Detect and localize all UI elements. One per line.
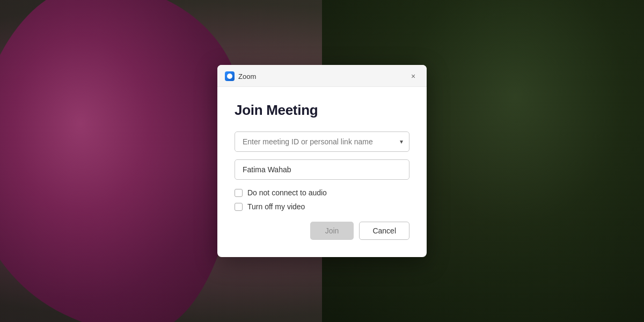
meeting-id-container: ▾ [235, 131, 409, 152]
modal-body: Join Meeting ▾ Do not connect to audio T… [217, 87, 427, 257]
video-checkbox-label[interactable]: Turn off my video [247, 202, 305, 211]
join-meeting-dialog: Zoom × Join Meeting ▾ Do not connect to … [217, 65, 427, 257]
modal-title: Join Meeting [235, 102, 409, 119]
close-button[interactable]: × [407, 70, 419, 82]
titlebar-app-name: Zoom [238, 72, 256, 80]
video-checkbox-row: Turn off my video [235, 202, 409, 211]
meeting-id-input[interactable] [235, 131, 409, 152]
audio-checkbox[interactable] [235, 189, 243, 197]
video-checkbox[interactable] [235, 203, 243, 211]
modal-overlay: Zoom × Join Meeting ▾ Do not connect to … [0, 0, 644, 322]
titlebar-left: Zoom [225, 71, 256, 81]
zoom-logo-icon [225, 71, 235, 81]
titlebar: Zoom × [217, 65, 427, 87]
audio-checkbox-row: Do not connect to audio [235, 188, 409, 197]
zoom-logo-circle [227, 74, 232, 79]
name-input[interactable] [235, 159, 409, 180]
audio-checkbox-label[interactable]: Do not connect to audio [247, 188, 327, 197]
cancel-button[interactable]: Cancel [359, 222, 409, 240]
join-button[interactable]: Join [310, 222, 354, 240]
button-row: Join Cancel [235, 222, 409, 240]
